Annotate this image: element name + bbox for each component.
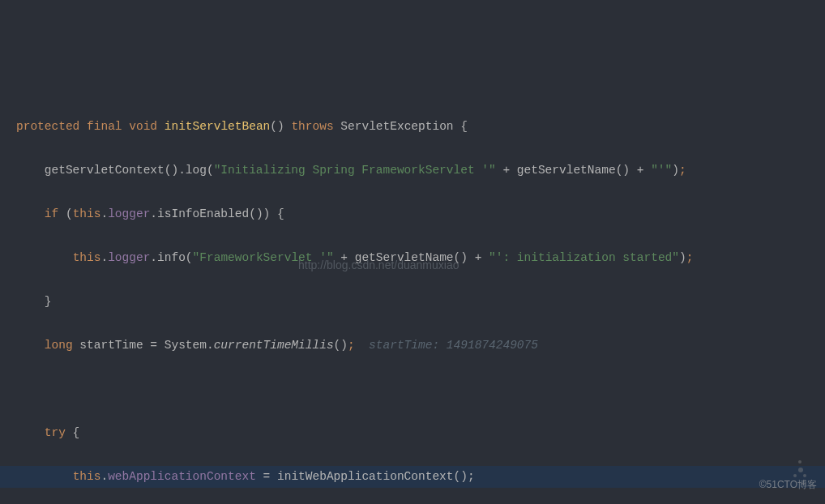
inline-comment: startTime: 1491874249075 — [355, 339, 538, 352]
code-line: if (this.logger.isInfoEnabled()) { — [0, 203, 825, 225]
code-line: getServletContext().log("Initializing Sp… — [0, 160, 825, 182]
code-block: protected final void initServletBean() t… — [0, 88, 825, 504]
code-line-highlighted: this.webApplicationContext = initWebAppl… — [0, 466, 825, 488]
code-line-blank — [0, 378, 825, 400]
string-literal: "Initializing Spring FrameworkServlet '" — [214, 164, 496, 177]
keyword: final — [87, 120, 122, 133]
code-text: startTime = System. — [73, 339, 214, 352]
keyword: protected — [16, 120, 79, 133]
copyright-text: ©51CTO博客 — [759, 474, 817, 496]
keyword: this — [73, 207, 101, 220]
keyword: this — [73, 470, 101, 483]
code-text: = initWebApplicationContext(); — [256, 470, 475, 483]
method-call: .info( — [150, 251, 192, 264]
keyword: throws — [291, 120, 333, 133]
code-line: protected final void initServletBean() t… — [0, 116, 825, 138]
string-literal: "'" — [651, 164, 672, 177]
dot: . — [100, 470, 108, 483]
brace: } — [45, 295, 52, 308]
method-call: .isInfoEnabled()) — [150, 207, 270, 220]
code-text: + getServletName() + — [496, 164, 651, 177]
keyword: this — [73, 251, 101, 264]
code-text: ) — [672, 164, 679, 177]
field-ref: logger — [108, 251, 150, 264]
brace: { — [66, 426, 79, 439]
keyword: long — [45, 339, 73, 352]
method-name: initServletBean — [165, 120, 271, 133]
paren: ) — [679, 251, 686, 264]
paren: ( — [58, 207, 72, 220]
code-line: try { — [0, 422, 825, 444]
brace: { — [270, 207, 284, 220]
watermark-text: http://blog.csdn.net/duanmuxiao — [298, 254, 459, 276]
field-ref: logger — [108, 207, 150, 220]
brace: { — [460, 120, 468, 133]
code-line: long startTime = System.currentTimeMilli… — [0, 335, 825, 357]
string-literal: "': initialization started" — [489, 251, 679, 264]
paren: () — [270, 120, 284, 133]
dot: . — [100, 207, 108, 220]
code-text: () — [334, 339, 348, 352]
semicolon: ; — [348, 339, 355, 352]
keyword: void — [129, 120, 157, 133]
method-call: currentTimeMillis — [214, 339, 334, 352]
code-line: } — [0, 291, 825, 313]
semicolon: ; — [679, 164, 686, 177]
semicolon: ; — [686, 251, 694, 264]
type: ServletException — [340, 120, 453, 133]
field-ref: webApplicationContext — [108, 470, 256, 483]
dot: . — [100, 251, 108, 264]
keyword: if — [45, 207, 58, 220]
keyword: try — [45, 426, 66, 439]
code-text: getServletContext().log( — [16, 164, 214, 177]
